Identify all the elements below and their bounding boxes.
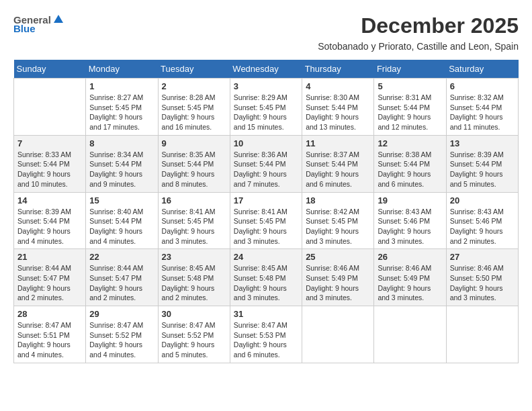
month-title: December 2025 bbox=[361, 13, 519, 38]
calendar-cell: 30Sunrise: 8:47 AMSunset: 5:52 PMDayligh… bbox=[158, 306, 230, 363]
calendar-cell: 14Sunrise: 8:39 AMSunset: 5:44 PMDayligh… bbox=[14, 192, 86, 249]
calendar-cell: 2Sunrise: 8:28 AMSunset: 5:45 PMDaylight… bbox=[158, 79, 230, 136]
calendar-week-row: 1Sunrise: 8:27 AMSunset: 5:45 PMDaylight… bbox=[14, 79, 519, 136]
day-info: Sunrise: 8:43 AMSunset: 5:46 PMDaylight:… bbox=[450, 207, 515, 246]
calendar-cell: 25Sunrise: 8:46 AMSunset: 5:49 PMDayligh… bbox=[302, 249, 374, 306]
day-info: Sunrise: 8:28 AMSunset: 5:45 PMDaylight:… bbox=[162, 93, 226, 132]
column-header-thursday: Thursday bbox=[302, 60, 374, 79]
day-number: 17 bbox=[234, 195, 298, 205]
calendar-cell: 8Sunrise: 8:34 AMSunset: 5:44 PMDaylight… bbox=[86, 135, 158, 192]
day-info: Sunrise: 8:31 AMSunset: 5:44 PMDaylight:… bbox=[378, 93, 442, 132]
calendar-cell: 29Sunrise: 8:47 AMSunset: 5:52 PMDayligh… bbox=[86, 306, 158, 363]
day-info: Sunrise: 8:35 AMSunset: 5:44 PMDaylight:… bbox=[162, 150, 226, 189]
calendar-cell: 19Sunrise: 8:43 AMSunset: 5:46 PMDayligh… bbox=[374, 192, 446, 249]
day-number: 9 bbox=[162, 138, 226, 148]
day-number: 14 bbox=[17, 195, 82, 205]
day-info: Sunrise: 8:29 AMSunset: 5:45 PMDaylight:… bbox=[234, 93, 298, 132]
calendar-cell: 4Sunrise: 8:30 AMSunset: 5:44 PMDaylight… bbox=[302, 79, 374, 136]
calendar-cell: 26Sunrise: 8:46 AMSunset: 5:49 PMDayligh… bbox=[374, 249, 446, 306]
day-number: 26 bbox=[378, 252, 442, 262]
day-number: 29 bbox=[89, 309, 154, 319]
calendar-cell: 18Sunrise: 8:42 AMSunset: 5:45 PMDayligh… bbox=[302, 192, 374, 249]
calendar-cell: 31Sunrise: 8:47 AMSunset: 5:53 PMDayligh… bbox=[230, 306, 302, 363]
logo-icon bbox=[52, 13, 64, 26]
calendar-cell: 17Sunrise: 8:41 AMSunset: 5:45 PMDayligh… bbox=[230, 192, 302, 249]
day-info: Sunrise: 8:47 AMSunset: 5:52 PMDaylight:… bbox=[162, 320, 226, 360]
day-number: 5 bbox=[378, 81, 442, 91]
day-number: 10 bbox=[234, 138, 298, 148]
day-number: 21 bbox=[17, 252, 82, 262]
column-header-sunday: Sunday bbox=[14, 60, 86, 79]
day-number: 16 bbox=[162, 195, 226, 205]
calendar-cell: 3Sunrise: 8:29 AMSunset: 5:45 PMDaylight… bbox=[230, 79, 302, 136]
day-number: 12 bbox=[378, 138, 442, 148]
calendar-cell: 24Sunrise: 8:45 AMSunset: 5:48 PMDayligh… bbox=[230, 249, 302, 306]
day-number: 13 bbox=[450, 138, 515, 148]
page-header: General Blue December 2025 bbox=[13, 13, 519, 38]
day-info: Sunrise: 8:36 AMSunset: 5:44 PMDaylight:… bbox=[234, 150, 298, 189]
day-info: Sunrise: 8:39 AMSunset: 5:44 PMDaylight:… bbox=[17, 207, 82, 246]
calendar-cell: 12Sunrise: 8:38 AMSunset: 5:44 PMDayligh… bbox=[374, 135, 446, 192]
calendar-cell: 6Sunrise: 8:32 AMSunset: 5:44 PMDaylight… bbox=[446, 79, 518, 136]
day-number: 7 bbox=[17, 138, 82, 148]
day-info: Sunrise: 8:46 AMSunset: 5:49 PMDaylight:… bbox=[378, 263, 442, 303]
day-number: 30 bbox=[162, 309, 226, 319]
calendar-cell bbox=[446, 306, 518, 363]
day-info: Sunrise: 8:37 AMSunset: 5:44 PMDaylight:… bbox=[306, 150, 370, 189]
calendar-cell: 13Sunrise: 8:39 AMSunset: 5:44 PMDayligh… bbox=[446, 135, 518, 192]
calendar-week-row: 21Sunrise: 8:44 AMSunset: 5:47 PMDayligh… bbox=[14, 249, 519, 306]
day-number: 31 bbox=[234, 309, 298, 319]
day-info: Sunrise: 8:45 AMSunset: 5:48 PMDaylight:… bbox=[162, 263, 226, 303]
calendar-cell bbox=[302, 306, 374, 363]
day-number: 20 bbox=[450, 195, 515, 205]
calendar-cell: 7Sunrise: 8:33 AMSunset: 5:44 PMDaylight… bbox=[14, 135, 86, 192]
day-info: Sunrise: 8:33 AMSunset: 5:44 PMDaylight:… bbox=[17, 150, 82, 189]
day-info: Sunrise: 8:45 AMSunset: 5:48 PMDaylight:… bbox=[234, 263, 298, 303]
title-block: December 2025 bbox=[361, 13, 519, 38]
day-number: 25 bbox=[306, 252, 370, 262]
column-header-friday: Friday bbox=[374, 60, 446, 79]
calendar-cell: 11Sunrise: 8:37 AMSunset: 5:44 PMDayligh… bbox=[302, 135, 374, 192]
calendar-cell: 21Sunrise: 8:44 AMSunset: 5:47 PMDayligh… bbox=[14, 249, 86, 306]
calendar-cell bbox=[14, 79, 86, 136]
day-number: 19 bbox=[378, 195, 442, 205]
logo-blue: Blue bbox=[13, 23, 36, 34]
day-info: Sunrise: 8:43 AMSunset: 5:46 PMDaylight:… bbox=[378, 207, 442, 246]
day-number: 8 bbox=[89, 138, 154, 148]
calendar-cell: 20Sunrise: 8:43 AMSunset: 5:46 PMDayligh… bbox=[446, 192, 518, 249]
calendar-week-row: 7Sunrise: 8:33 AMSunset: 5:44 PMDaylight… bbox=[14, 135, 519, 192]
day-number: 2 bbox=[162, 81, 226, 91]
day-number: 4 bbox=[306, 81, 370, 91]
calendar-cell: 28Sunrise: 8:47 AMSunset: 5:51 PMDayligh… bbox=[14, 306, 86, 363]
day-number: 18 bbox=[306, 195, 370, 205]
calendar-cell: 9Sunrise: 8:35 AMSunset: 5:44 PMDaylight… bbox=[158, 135, 230, 192]
day-number: 23 bbox=[162, 252, 226, 262]
day-info: Sunrise: 8:46 AMSunset: 5:50 PMDaylight:… bbox=[450, 263, 515, 303]
day-info: Sunrise: 8:30 AMSunset: 5:44 PMDaylight:… bbox=[306, 93, 370, 132]
day-number: 6 bbox=[450, 81, 515, 91]
day-info: Sunrise: 8:47 AMSunset: 5:52 PMDaylight:… bbox=[89, 320, 154, 360]
day-info: Sunrise: 8:32 AMSunset: 5:44 PMDaylight:… bbox=[450, 93, 515, 132]
day-info: Sunrise: 8:44 AMSunset: 5:47 PMDaylight:… bbox=[89, 263, 154, 303]
day-info: Sunrise: 8:42 AMSunset: 5:45 PMDaylight:… bbox=[306, 207, 370, 246]
calendar-cell: 22Sunrise: 8:44 AMSunset: 5:47 PMDayligh… bbox=[86, 249, 158, 306]
day-info: Sunrise: 8:38 AMSunset: 5:44 PMDaylight:… bbox=[378, 150, 442, 189]
day-number: 11 bbox=[306, 138, 370, 148]
day-info: Sunrise: 8:40 AMSunset: 5:44 PMDaylight:… bbox=[89, 207, 154, 246]
calendar-cell: 16Sunrise: 8:41 AMSunset: 5:45 PMDayligh… bbox=[158, 192, 230, 249]
day-number: 27 bbox=[450, 252, 515, 262]
day-info: Sunrise: 8:47 AMSunset: 5:51 PMDaylight:… bbox=[17, 320, 82, 360]
svg-marker-0 bbox=[54, 15, 63, 23]
day-info: Sunrise: 8:27 AMSunset: 5:45 PMDaylight:… bbox=[89, 93, 154, 132]
day-info: Sunrise: 8:41 AMSunset: 5:45 PMDaylight:… bbox=[234, 207, 298, 246]
calendar-header-row: SundayMondayTuesdayWednesdayThursdayFrid… bbox=[14, 60, 519, 79]
day-info: Sunrise: 8:47 AMSunset: 5:53 PMDaylight:… bbox=[234, 320, 298, 360]
day-info: Sunrise: 8:41 AMSunset: 5:45 PMDaylight:… bbox=[162, 207, 226, 246]
calendar-week-row: 28Sunrise: 8:47 AMSunset: 5:51 PMDayligh… bbox=[14, 306, 519, 363]
calendar-cell bbox=[374, 306, 446, 363]
calendar-cell: 23Sunrise: 8:45 AMSunset: 5:48 PMDayligh… bbox=[158, 249, 230, 306]
day-info: Sunrise: 8:34 AMSunset: 5:44 PMDaylight:… bbox=[89, 150, 154, 189]
column-header-saturday: Saturday bbox=[446, 60, 518, 79]
calendar-cell: 10Sunrise: 8:36 AMSunset: 5:44 PMDayligh… bbox=[230, 135, 302, 192]
day-info: Sunrise: 8:46 AMSunset: 5:49 PMDaylight:… bbox=[306, 263, 370, 303]
